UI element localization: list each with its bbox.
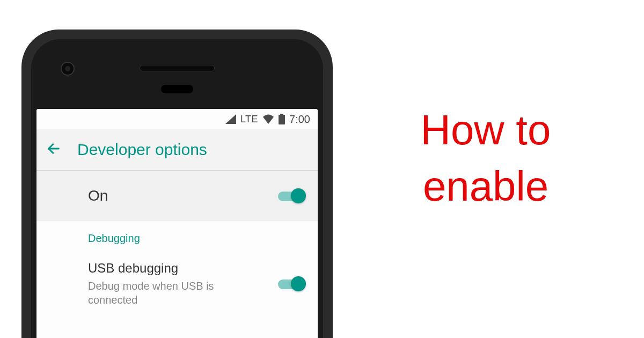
page-title: Developer options xyxy=(77,141,207,159)
cell-signal-icon xyxy=(225,114,236,124)
hero-line-1: How to xyxy=(360,102,612,158)
usb-debugging-row[interactable]: USB debugging Debug mode when USB is con… xyxy=(36,250,318,313)
wifi-icon xyxy=(262,114,274,124)
phone-screen: LTE 7:00 Developer options On xyxy=(36,109,318,338)
phone-frame: LTE 7:00 Developer options On xyxy=(21,30,333,338)
master-toggle-row[interactable]: On xyxy=(36,171,318,221)
status-bar: LTE 7:00 xyxy=(36,109,318,129)
network-type-label: LTE xyxy=(240,114,258,125)
app-bar: Developer options xyxy=(36,129,318,171)
back-arrow-icon[interactable] xyxy=(46,141,61,158)
master-toggle-label: On xyxy=(88,187,108,204)
battery-icon xyxy=(279,114,285,124)
master-toggle-switch[interactable] xyxy=(278,188,306,203)
usb-debugging-toggle-switch[interactable] xyxy=(278,276,306,291)
phone-bezel: LTE 7:00 Developer options On xyxy=(31,39,323,338)
clock-label: 7:00 xyxy=(289,113,310,126)
usb-debugging-text: USB debugging Debug mode when USB is con… xyxy=(88,261,278,307)
earpiece-speaker xyxy=(140,65,215,71)
hero-line-2: enable xyxy=(360,158,612,215)
proximity-sensor xyxy=(161,85,193,93)
hero-caption: How to enable xyxy=(360,102,612,215)
usb-debugging-title: USB debugging xyxy=(88,261,269,276)
usb-debugging-subtitle: Debug mode when USB is connected xyxy=(88,279,228,307)
section-header-debugging: Debugging xyxy=(36,221,318,250)
front-camera xyxy=(61,62,75,76)
svg-rect-1 xyxy=(279,115,285,124)
